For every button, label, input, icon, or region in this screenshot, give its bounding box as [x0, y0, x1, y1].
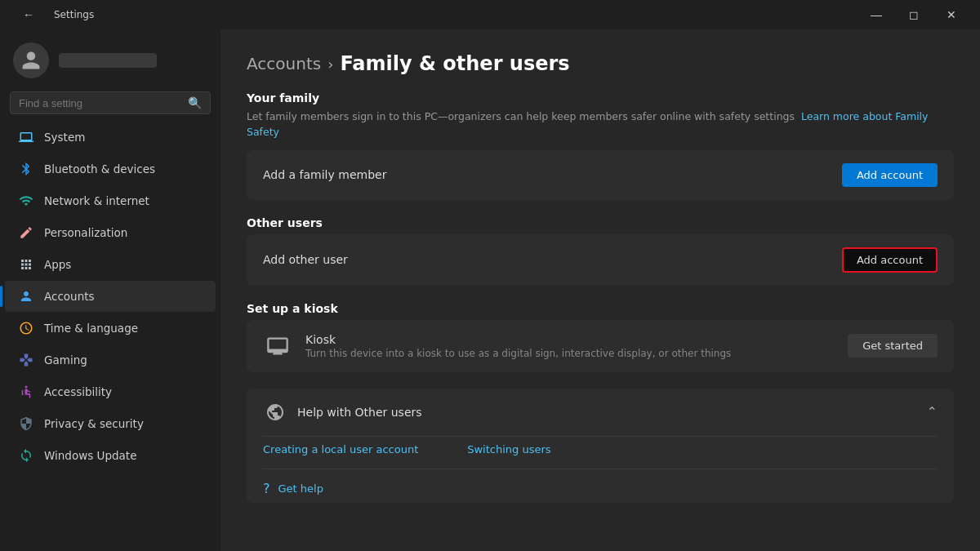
monitor-icon — [266, 335, 289, 358]
personalization-icon — [18, 224, 34, 241]
accounts-icon — [18, 288, 34, 304]
accessibility-svg-icon — [19, 384, 33, 399]
add-other-user-card: Add other user Add account — [247, 234, 954, 286]
get-help-link[interactable]: Get help — [278, 482, 323, 495]
kiosk-section-title: Set up a kiosk — [247, 302, 954, 315]
back-button[interactable]: ← — [10, 2, 47, 28]
accounts-svg-icon — [19, 289, 33, 304]
sidebar-item-label-accounts: Accounts — [44, 290, 95, 303]
kiosk-desc: Turn this device into a kiosk to use as … — [305, 348, 835, 359]
help-header-left: Help with Other users — [263, 400, 422, 424]
kiosk-text: Kiosk Turn this device into a kiosk to u… — [305, 333, 835, 359]
network-svg-icon — [19, 193, 33, 208]
sidebar-item-update[interactable]: Windows Update — [5, 440, 216, 471]
privacy-svg-icon — [19, 416, 33, 431]
search-icon: 🔍 — [188, 96, 202, 109]
sidebar-item-gaming[interactable]: Gaming — [5, 344, 216, 375]
other-users-title: Other users — [247, 216, 954, 229]
breadcrumb-separator: › — [327, 56, 333, 73]
add-family-button[interactable]: Add account — [842, 163, 938, 187]
help-section-title: Help with Other users — [297, 406, 422, 419]
sidebar-item-time[interactable]: Time & language — [5, 313, 216, 344]
nav-items: System Bluetooth & devices Network & int… — [0, 121, 220, 472]
time-svg-icon — [19, 321, 33, 335]
sidebar-item-label-time: Time & language — [44, 322, 138, 335]
main-content: Accounts › Family & other users Your fam… — [220, 29, 980, 551]
app-title: Settings — [54, 9, 94, 20]
sidebar-item-label-bluetooth: Bluetooth & devices — [44, 162, 155, 176]
search-input[interactable] — [19, 97, 181, 109]
help-links: Creating a local user account Switching … — [247, 437, 954, 469]
breadcrumb-current: Family & other users — [340, 52, 569, 75]
app-body: 🔍 System Bluetooth & devices Network & i… — [0, 29, 980, 551]
add-family-card: Add a family member Add account — [247, 150, 954, 200]
kiosk-card: Kiosk Turn this device into a kiosk to u… — [247, 320, 954, 372]
sidebar-item-label-gaming: Gaming — [44, 353, 87, 367]
kiosk-icon — [263, 331, 292, 361]
gaming-svg-icon — [19, 353, 33, 367]
accessibility-icon — [18, 384, 34, 400]
sidebar-item-accounts[interactable]: Accounts — [5, 281, 216, 312]
help-card: Help with Other users ⌃ Creating a local… — [247, 389, 954, 503]
kiosk-title: Kiosk — [305, 333, 835, 346]
other-users-section: Other users — [247, 216, 954, 229]
update-svg-icon — [19, 448, 33, 463]
sidebar-item-label-privacy: Privacy & security — [44, 417, 144, 430]
sidebar-item-system[interactable]: System — [5, 122, 216, 153]
system-svg-icon — [19, 130, 33, 144]
privacy-icon — [18, 415, 34, 432]
apps-svg-icon — [19, 257, 33, 272]
network-icon — [18, 193, 34, 209]
sidebar-item-network[interactable]: Network & internet — [5, 185, 216, 216]
help-link-switching[interactable]: Switching users — [467, 443, 550, 455]
sidebar-item-personalization[interactable]: Personalization — [5, 217, 216, 248]
system-icon — [18, 129, 34, 145]
sidebar-item-label-personalization: Personalization — [44, 226, 127, 239]
bluetooth-svg-icon — [19, 162, 33, 176]
search-box[interactable]: 🔍 — [10, 91, 211, 114]
help-link-local-account[interactable]: Creating a local user account — [263, 443, 418, 455]
sidebar: 🔍 System Bluetooth & devices Network & i… — [0, 29, 220, 551]
maximize-button[interactable]: ◻ — [895, 2, 933, 28]
help-header[interactable]: Help with Other users ⌃ — [247, 389, 954, 436]
sidebar-item-label-update: Windows Update — [44, 449, 136, 462]
title-bar: ← Settings — ◻ ✕ — [0, 0, 980, 29]
add-other-user-button[interactable]: Add account — [842, 247, 938, 273]
close-button[interactable]: ✕ — [933, 2, 970, 28]
sidebar-item-apps[interactable]: Apps — [5, 249, 216, 280]
avatar — [13, 42, 49, 78]
add-other-user-row: Add other user Add account — [247, 234, 954, 286]
sidebar-profile — [0, 29, 220, 88]
breadcrumb-parent[interactable]: Accounts — [247, 54, 321, 73]
add-family-label: Add a family member — [263, 168, 386, 181]
breadcrumb: Accounts › Family & other users — [247, 52, 954, 75]
sidebar-item-label-network: Network & internet — [44, 194, 149, 207]
bluetooth-icon — [18, 161, 34, 177]
sidebar-item-accessibility[interactable]: Accessibility — [5, 376, 216, 407]
get-help-row[interactable]: ? Get help — [247, 469, 954, 503]
help-icon — [263, 400, 287, 424]
gaming-icon — [18, 352, 34, 368]
window-controls: — ◻ ✕ — [858, 2, 970, 28]
time-icon — [18, 320, 34, 336]
svg-point-0 — [25, 386, 28, 389]
get-started-button[interactable]: Get started — [848, 334, 938, 358]
add-family-row: Add a family member Add account — [247, 150, 954, 200]
add-other-user-label: Add other user — [263, 253, 348, 266]
sidebar-item-privacy[interactable]: Privacy & security — [5, 408, 216, 439]
user-avatar-icon — [20, 50, 42, 71]
your-family-desc: Let family members sign in to this PC—or… — [247, 109, 954, 140]
profile-name — [59, 53, 157, 68]
kiosk-row: Kiosk Turn this device into a kiosk to u… — [247, 320, 954, 372]
apps-icon — [18, 256, 34, 273]
help-chevron-icon: ⌃ — [927, 404, 938, 420]
title-bar-left: ← Settings — [10, 2, 94, 28]
your-family-title: Your family — [247, 91, 954, 104]
globe-icon — [265, 402, 285, 422]
minimize-button[interactable]: — — [858, 2, 895, 28]
sidebar-item-bluetooth[interactable]: Bluetooth & devices — [5, 153, 216, 184]
personalization-svg-icon — [19, 225, 33, 240]
kiosk-section: Set up a kiosk — [247, 302, 954, 315]
sidebar-item-label-accessibility: Accessibility — [44, 385, 112, 398]
update-icon — [18, 447, 34, 464]
